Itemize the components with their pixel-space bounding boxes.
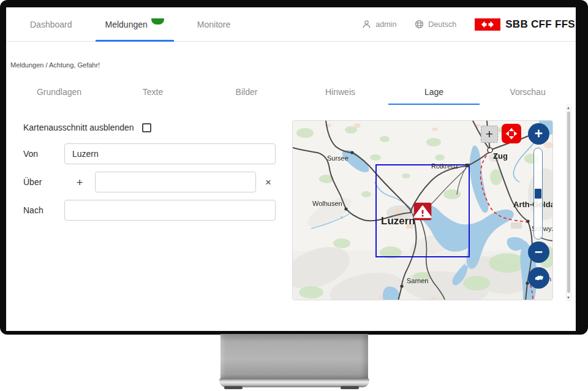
- top-nav: Dashboard Meldungen Monitore admin: [6, 7, 576, 42]
- nav-right: admin Deutsch: [362, 7, 576, 41]
- breadcrumb: Meldungen / Achtung, Gefahr!: [10, 61, 100, 69]
- vertical-scrollbar[interactable]: [566, 104, 571, 302]
- screen: Dashboard Meldungen Monitore admin: [6, 7, 576, 331]
- monitor-bezel: Dashboard Meldungen Monitore admin: [0, 0, 588, 335]
- zoom-out-button[interactable]: −: [528, 241, 549, 263]
- hide-map-label: Kartenausschnitt ausblenden: [23, 123, 134, 132]
- brand-text: SBB CFF FFS: [505, 18, 575, 31]
- scrollbar-thumb[interactable]: [567, 112, 570, 293]
- map-canvas[interactable]: Sursee Wolhusen Luzern Rotkreuz Zug Arth…: [293, 121, 553, 300]
- nav-item-label: Dashboard: [30, 20, 72, 29]
- ueber-input[interactable]: [95, 172, 256, 192]
- nav-item-meldungen[interactable]: Meldungen: [96, 7, 174, 41]
- ueber-label: Über: [17, 177, 64, 187]
- user-menu[interactable]: admin: [362, 20, 396, 29]
- language-menu[interactable]: Deutsch: [415, 20, 456, 29]
- nav-item-monitore[interactable]: Monitore: [187, 7, 240, 41]
- tab-texte[interactable]: Texte: [106, 87, 200, 105]
- tab-grundlagen[interactable]: Grundlagen: [12, 87, 106, 105]
- nach-input[interactable]: [64, 200, 276, 221]
- monitor-stand: [221, 334, 368, 380]
- tab-hinweis[interactable]: Hinweis: [293, 87, 387, 105]
- globe-icon: [415, 20, 424, 29]
- add-via-button[interactable]: +: [64, 177, 95, 188]
- zoom-slider-handle[interactable]: [535, 189, 541, 199]
- tab-label: Vorschau: [510, 87, 545, 97]
- map-label: Luzern: [381, 215, 415, 227]
- meldungen-status-icon: [151, 18, 164, 25]
- tab-label: Bilder: [236, 87, 258, 97]
- user-icon: [362, 20, 371, 29]
- map-label: Wolhusen: [312, 200, 342, 207]
- box-zoom-button[interactable]: +: [481, 126, 498, 143]
- lage-form: Kartenausschnitt ausblenden Von Über + ×…: [17, 118, 294, 228]
- map-label: Zug: [493, 151, 508, 161]
- monitor-foot: [224, 386, 243, 389]
- map-label: Sarnen: [407, 277, 428, 284]
- monitor-foot: [341, 386, 359, 389]
- pan-mode-button[interactable]: [502, 124, 521, 143]
- tab-bar: Grundlagen Texte Bilder Hinweis Lage Vor…: [12, 87, 575, 105]
- tab-label: Hinweis: [325, 87, 355, 97]
- user-label: admin: [375, 20, 396, 29]
- switzerland-icon: [532, 271, 546, 285]
- sbb-logo: SBB CFF FFS: [475, 18, 575, 31]
- tab-label: Texte: [143, 87, 163, 97]
- nav-item-label: Meldungen: [105, 20, 148, 29]
- minus-icon: −: [535, 244, 543, 260]
- plus-icon: +: [535, 126, 543, 142]
- map-label: Rotkreuz: [431, 162, 458, 170]
- box-zoom-icon: +: [486, 127, 493, 142]
- zoom-in-button[interactable]: +: [528, 123, 549, 145]
- clear-via-button[interactable]: ×: [256, 177, 281, 188]
- tab-lage[interactable]: Lage: [387, 87, 481, 105]
- tab-label: Grundlagen: [37, 87, 81, 97]
- language-label: Deutsch: [428, 20, 456, 29]
- scrollbar-up-arrow[interactable]: [567, 107, 570, 109]
- sbb-arrows-icon: [477, 20, 498, 29]
- reset-extent-button[interactable]: [528, 267, 549, 289]
- zoom-slider[interactable]: [533, 148, 543, 240]
- tab-bilder[interactable]: Bilder: [200, 87, 293, 105]
- hide-map-checkbox[interactable]: [142, 123, 151, 132]
- von-input[interactable]: [64, 143, 276, 164]
- sbb-logo-symbol: [475, 18, 500, 31]
- map-label: Sursee: [327, 154, 349, 162]
- nav-item-dashboard[interactable]: Dashboard: [20, 7, 82, 41]
- tab-label: Lage: [424, 87, 443, 97]
- move-icon: [504, 126, 519, 141]
- warning-marker[interactable]: [414, 203, 431, 220]
- tab-vorschau[interactable]: Vorschau: [481, 87, 575, 105]
- nach-label: Nach: [17, 205, 64, 215]
- nav-item-label: Monitore: [197, 20, 230, 29]
- von-label: Von: [17, 149, 64, 159]
- scrollbar-down-arrow[interactable]: [567, 297, 570, 299]
- map-panel: Sursee Wolhusen Luzern Rotkreuz Zug Arth…: [292, 120, 553, 300]
